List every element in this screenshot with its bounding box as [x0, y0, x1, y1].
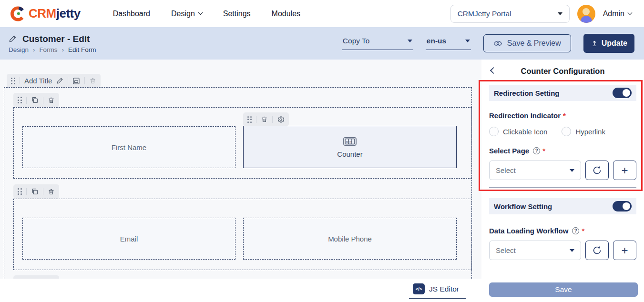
breadcrumb-forms[interactable]: Forms: [39, 46, 57, 53]
redirection-indicator-label: Redirection Indicator*: [489, 111, 636, 120]
js-editor-button[interactable]: </> JS Editor: [409, 282, 466, 299]
data-loading-workflow-label: Data Loading Workflow ? *: [489, 227, 636, 235]
plus-icon: +: [621, 165, 628, 176]
field-toolbar-counter: [243, 112, 289, 126]
crmjetty-logo[interactable]: CRMjetty: [10, 6, 81, 22]
avatar-body: [581, 16, 592, 23]
field-first-name[interactable]: First Name: [22, 126, 235, 168]
caret-down-icon: [408, 40, 412, 42]
caret-down-icon: [465, 40, 470, 42]
required-asterisk: *: [563, 111, 566, 120]
form-canvas: Add Title: [0, 60, 481, 302]
nav-item-modules[interactable]: Modules: [272, 10, 300, 18]
add-button[interactable]: +: [613, 161, 636, 180]
page: CRMjetty Dashboard Design Settings Modul…: [0, 0, 644, 302]
trash-icon[interactable]: [48, 97, 55, 104]
redirection-setting-toggle[interactable]: [613, 88, 632, 98]
help-icon[interactable]: ?: [572, 227, 579, 234]
select-page-dropdown[interactable]: Select: [489, 161, 581, 180]
refresh-button[interactable]: [585, 161, 609, 180]
copy-icon[interactable]: [31, 188, 39, 195]
breadcrumb-design[interactable]: Design: [9, 46, 29, 53]
radio-clickable-icon[interactable]: Clickable Icon: [489, 127, 547, 136]
add-title-label[interactable]: Add Title: [24, 77, 52, 85]
top-navbar: CRMjetty Dashboard Design Settings Modul…: [0, 0, 644, 27]
radio-hyperlink[interactable]: Hyperlink: [562, 127, 605, 136]
user-menu[interactable]: Admin: [603, 10, 632, 18]
row-toolbar: [13, 275, 59, 279]
save-button[interactable]: Save: [489, 282, 638, 297]
trash-icon[interactable]: [261, 116, 268, 123]
nav-item-design[interactable]: Design: [171, 10, 202, 18]
avatar[interactable]: [577, 5, 595, 23]
select-page-controls: Select +: [489, 161, 636, 180]
drag-handle-icon[interactable]: [18, 188, 22, 195]
section-divider: [489, 187, 636, 188]
counter-icon: 012: [342, 136, 358, 147]
redirection-setting-label: Redirection Setting: [494, 89, 560, 97]
main-area: Add Title: [0, 60, 644, 302]
redirection-indicator-radios: Clickable Icon Hyperlink: [489, 127, 636, 136]
code-icon: </>: [413, 283, 425, 294]
drag-handle-icon[interactable]: [247, 116, 252, 123]
navbar-right: CRMJetty Portal Admin: [450, 5, 632, 23]
required-asterisk: *: [582, 227, 584, 235]
select-page-label: Select Page ? *: [489, 147, 636, 155]
field-mobile-phone[interactable]: Mobile Phone: [243, 218, 457, 260]
required-asterisk: *: [542, 147, 545, 155]
nav-menu: Dashboard Design Settings Modules: [113, 10, 300, 18]
workflow-setting-label: Workflow Setting: [494, 202, 552, 211]
caret-down-icon: [558, 12, 562, 15]
data-loading-workflow-controls: Select +: [489, 241, 636, 260]
field-label: Counter: [337, 150, 362, 158]
radio-circle[interactable]: [489, 127, 499, 136]
edit-pencil-icon[interactable]: [56, 77, 63, 84]
subheader: Customer - Edit Design › Forms › Edit Fo…: [0, 27, 644, 60]
caret-down-icon: [570, 169, 574, 172]
page-title: Customer - Edit: [22, 34, 90, 44]
form-canvas-background: Add Title: [0, 60, 481, 279]
gear-icon[interactable]: [277, 116, 285, 123]
save-preview-button[interactable]: Save & Preview: [483, 34, 571, 52]
copy-to-select[interactable]: Copy To: [342, 37, 413, 50]
update-button[interactable]: Update: [583, 34, 634, 53]
portal-select[interactable]: CRMJetty Portal: [450, 5, 570, 23]
edit-title-pencil-icon[interactable]: [9, 35, 17, 43]
breadcrumb-separator: ›: [62, 46, 64, 53]
field-label: Mobile Phone: [328, 235, 372, 243]
subheader-left: Customer - Edit Design › Forms › Edit Fo…: [9, 34, 96, 53]
data-loading-workflow-dropdown[interactable]: Select: [489, 241, 581, 260]
breadcrumb-current: Edit Form: [68, 46, 96, 53]
radio-circle[interactable]: [562, 127, 571, 136]
trash-icon[interactable]: [48, 188, 55, 195]
nav-item-dashboard[interactable]: Dashboard: [113, 10, 150, 18]
window-icon[interactable]: [72, 77, 80, 85]
drag-handle-icon[interactable]: [11, 78, 15, 84]
upload-icon: [591, 40, 598, 47]
panel-title: Counter Configuration: [521, 67, 605, 75]
plus-icon: +: [621, 245, 628, 256]
drag-handle-icon[interactable]: [18, 97, 22, 103]
refresh-button[interactable]: [585, 241, 609, 260]
field-label: Email: [120, 235, 138, 243]
field-email[interactable]: Email: [22, 218, 235, 260]
back-chevron-icon[interactable]: [490, 67, 497, 74]
eye-icon: [493, 39, 502, 48]
svg-text:012: 012: [346, 140, 353, 144]
chevron-down-icon: [198, 10, 203, 15]
crmjetty-logo-icon: [10, 6, 26, 22]
breadcrumb: Design › Forms › Edit Form: [9, 46, 96, 53]
add-button[interactable]: +: [613, 241, 636, 260]
nav-item-settings[interactable]: Settings: [223, 10, 251, 18]
field-counter[interactable]: 012 Counter: [243, 126, 457, 168]
breadcrumb-separator: ›: [33, 46, 35, 53]
help-icon[interactable]: ?: [533, 147, 540, 154]
locale-select[interactable]: en-us: [426, 37, 471, 50]
copy-icon[interactable]: [31, 96, 39, 104]
redirection-setting-bar: Redirection Setting: [489, 85, 636, 101]
workflow-setting-bar: Workflow Setting: [489, 198, 636, 214]
subheader-actions: Copy To en-us Save & Preview: [342, 34, 634, 53]
workflow-setting-toggle[interactable]: [613, 201, 632, 211]
trash-icon[interactable]: [89, 77, 96, 84]
chevron-down-icon: [628, 10, 633, 15]
